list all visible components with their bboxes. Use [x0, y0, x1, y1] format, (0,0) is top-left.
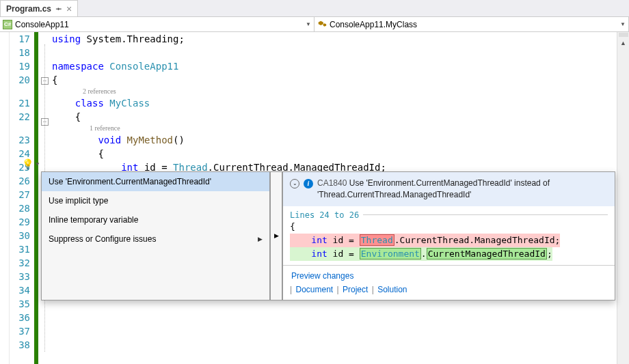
- indicator-margin: [0, 32, 10, 364]
- line-number: 23: [10, 133, 34, 147]
- quick-actions-menu: Use 'Environment.CurrentManagedThreadId'…: [41, 171, 270, 300]
- line-number: 17: [10, 32, 34, 46]
- code-line[interactable]: class MyClass: [52, 96, 617, 110]
- menu-item-use-environment[interactable]: Use 'Environment.CurrentManagedThreadId': [42, 172, 269, 191]
- line-number: 34: [10, 283, 34, 297]
- preview-changes-link[interactable]: Preview changes: [290, 271, 355, 281]
- menu-item-suppress[interactable]: Suppress or Configure issues ▶: [42, 229, 269, 249]
- menu-item-implicit-type[interactable]: Use implicit type: [42, 191, 269, 210]
- code-line[interactable]: [52, 338, 617, 352]
- line-number: 29: [10, 215, 34, 229]
- line-number: 31: [10, 242, 34, 256]
- apply-solution-link[interactable]: Solution: [376, 285, 408, 294]
- line-number: 19: [10, 59, 34, 73]
- menu-item-label: Inline temporary variable: [49, 215, 138, 225]
- nav-scope-class[interactable]: ConsoleApp11.MyClass ▼: [314, 17, 629, 31]
- rule-description: CA1840 Use 'Environment.CurrentManagedTh…: [317, 178, 608, 201]
- line-number: 21: [10, 96, 34, 110]
- apply-project-link[interactable]: Project: [341, 285, 369, 294]
- menu-item-inline-temp[interactable]: Inline temporary variable: [42, 210, 269, 229]
- code-line[interactable]: using System.Threading;: [52, 32, 617, 46]
- diff-line-added: int id = Environment.CurrentManagedThrea…: [290, 247, 608, 261]
- nav-class-label: ConsoleApp11.MyClass: [330, 20, 417, 29]
- code-line[interactable]: void MyMethod(): [52, 133, 617, 147]
- preview-header: ⌄ i CA1840 Use 'Environment.CurrentManag…: [283, 172, 615, 206]
- chevron-down-icon: ▼: [35, 161, 40, 167]
- collapse-icon[interactable]: ⌄: [290, 179, 299, 188]
- diff-line-removed: int id = Thread.CurrentThread.ManagedThr…: [290, 234, 608, 247]
- lightbulb-icon: 💡: [22, 158, 34, 169]
- file-tab[interactable]: Program.cs ×: [0, 0, 78, 16]
- line-number: 18: [10, 46, 34, 59]
- preview-footer: Preview changes | Document | Project | S…: [283, 265, 615, 300]
- menu-item-label: Use implicit type: [49, 196, 108, 206]
- csharp-icon: C#: [3, 20, 12, 29]
- code-line[interactable]: [52, 324, 617, 338]
- code-line[interactable]: namespace ConsoleApp11: [52, 59, 617, 73]
- lightbulb-quick-action[interactable]: 💡 ▼: [22, 158, 40, 169]
- info-icon: i: [304, 179, 313, 188]
- tab-bar: Program.cs ×: [0, 0, 629, 17]
- line-number: 26: [10, 174, 34, 188]
- tab-filename: Program.cs: [6, 4, 51, 14]
- scroll-up-icon[interactable]: ▲: [620, 38, 626, 48]
- expand-preview-button[interactable]: ▶: [270, 171, 282, 300]
- diff-line: {: [290, 220, 608, 234]
- chevron-down-icon: ▼: [620, 21, 626, 27]
- code-line[interactable]: [52, 311, 617, 324]
- line-number: 30: [10, 229, 34, 242]
- pin-icon[interactable]: [55, 5, 62, 12]
- codelens-references[interactable]: 1 reference: [52, 124, 617, 133]
- line-number: 36: [10, 311, 34, 324]
- line-number: 28: [10, 201, 34, 215]
- class-icon: [317, 20, 327, 29]
- menu-item-label: Suppress or Configure issues: [49, 234, 156, 244]
- chevron-right-icon: ▶: [258, 236, 263, 242]
- diff-range: Lines 24 to 26: [290, 210, 608, 220]
- chevron-down-icon: ▼: [306, 21, 311, 27]
- code-editor[interactable]: 1718192021222324252627282930313233343536…: [0, 32, 629, 364]
- line-number: 37: [10, 324, 34, 338]
- code-line[interactable]: [52, 46, 617, 59]
- line-number-gutter: 1718192021222324252627282930313233343536…: [10, 32, 34, 364]
- line-number: 35: [10, 297, 34, 311]
- menu-item-label: Use 'Environment.CurrentManagedThreadId': [49, 177, 211, 186]
- line-number: 38: [10, 338, 34, 352]
- codelens-references[interactable]: 2 references: [52, 87, 617, 96]
- line-number: 22: [10, 110, 34, 124]
- line-number: 33: [10, 270, 34, 283]
- nav-scope-label: ConsoleApp11: [15, 20, 69, 29]
- line-number: 27: [10, 188, 34, 201]
- line-number: 32: [10, 256, 34, 270]
- preview-diff: Lines 24 to 26 { int id = Thread.Current…: [283, 206, 615, 265]
- vertical-scrollbar[interactable]: ▲: [617, 32, 629, 364]
- code-line[interactable]: {: [52, 110, 617, 124]
- fix-preview-panel: ⌄ i CA1840 Use 'Environment.CurrentManag…: [282, 171, 615, 300]
- code-line[interactable]: {: [52, 147, 617, 160]
- code-line[interactable]: {: [52, 73, 617, 87]
- apply-document-link[interactable]: Document: [294, 285, 334, 294]
- line-number: 20: [10, 73, 34, 87]
- close-icon[interactable]: ×: [66, 3, 72, 14]
- quick-actions-popup: Use 'Environment.CurrentManagedThreadId'…: [41, 171, 615, 300]
- navigation-bar: C# ConsoleApp11 ▼ ConsoleApp11.MyClass ▼: [0, 17, 629, 32]
- nav-scope-project[interactable]: C# ConsoleApp11 ▼: [0, 17, 314, 31]
- split-handle[interactable]: [619, 33, 628, 37]
